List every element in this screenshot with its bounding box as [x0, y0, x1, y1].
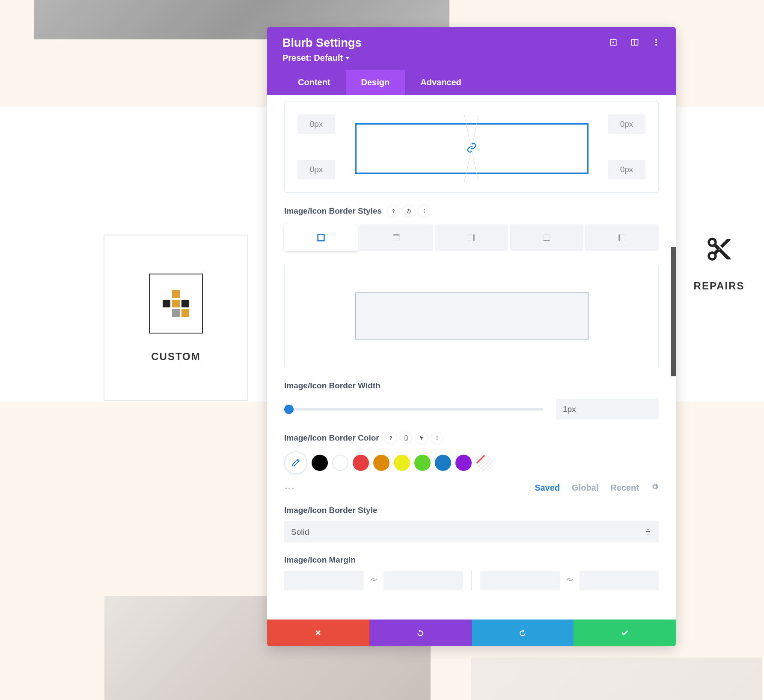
svg-text:?: ?	[392, 209, 395, 214]
help-icon[interactable]: ?	[388, 206, 399, 217]
modal-footer	[267, 620, 676, 646]
scrollbar-thumb[interactable]	[671, 247, 676, 376]
border-all-sides[interactable]	[284, 224, 358, 251]
svg-point-9	[424, 211, 425, 211]
color-swatches	[284, 451, 659, 474]
rounded-corners-control	[284, 101, 659, 193]
modal-body: Image/Icon Border Styles ? Image/Icon Bo…	[267, 95, 676, 620]
svg-point-22	[406, 439, 406, 440]
border-preview-inner	[355, 292, 589, 340]
border-top[interactable]	[360, 224, 433, 251]
color-tab-global[interactable]: Global	[572, 483, 598, 493]
swatch-green[interactable]	[414, 455, 431, 471]
kebab-icon[interactable]	[419, 206, 430, 217]
unlink-icon[interactable]	[565, 575, 574, 586]
corner-top-left-input[interactable]	[297, 114, 335, 134]
corner-bottom-right-input[interactable]	[608, 160, 645, 179]
unlink-icon[interactable]	[369, 575, 378, 586]
custom-card-label: CUSTOM	[151, 351, 201, 363]
border-side-selector	[284, 224, 659, 251]
svg-point-27	[288, 488, 290, 489]
color-tab-recent[interactable]: Recent	[610, 483, 639, 493]
slider-thumb[interactable]	[284, 405, 294, 414]
redo-button[interactable]	[472, 620, 574, 646]
swatch-red[interactable]	[353, 455, 369, 471]
swatch-black[interactable]	[312, 455, 328, 471]
preset-dropdown[interactable]: Preset: Default	[282, 53, 660, 70]
modal-title: Blurb Settings	[282, 36, 362, 50]
kebab-menu-icon[interactable]	[652, 38, 660, 48]
custom-card-icon	[149, 274, 203, 334]
corner-top-right-input[interactable]	[608, 114, 645, 134]
border-left[interactable]	[585, 224, 659, 251]
border-right[interactable]	[435, 224, 508, 251]
preset-label: Preset: Default	[282, 53, 343, 63]
swatch-purple[interactable]	[455, 455, 472, 471]
margin-left-input[interactable]	[480, 571, 560, 590]
margin-top-input[interactable]	[284, 571, 364, 590]
color-tab-saved[interactable]: Saved	[535, 483, 560, 493]
save-button[interactable]	[574, 620, 676, 646]
svg-point-28	[292, 488, 294, 489]
corner-bottom-left-input[interactable]	[297, 160, 335, 179]
svg-point-1	[612, 42, 614, 43]
margin-right-input[interactable]	[580, 571, 659, 590]
reset-icon[interactable]	[403, 206, 414, 217]
swatch-transparent[interactable]	[476, 455, 492, 471]
link-icon[interactable]	[467, 143, 477, 155]
tab-advanced[interactable]: Advanced	[405, 70, 477, 95]
svg-point-24	[437, 438, 437, 438]
scissors-icon	[705, 235, 733, 265]
border-width-label: Image/Icon Border Width	[284, 381, 659, 390]
hover-icon[interactable]	[416, 432, 427, 444]
modal-tabs: Content Design Advanced	[282, 70, 660, 95]
expand-icon[interactable]	[609, 38, 618, 48]
svg-point-23	[437, 436, 437, 437]
swatch-yellow[interactable]	[394, 455, 410, 471]
kebab-icon[interactable]	[431, 432, 443, 444]
margin-label: Image/Icon Margin	[284, 555, 659, 565]
border-styles-label: Image/Icon Border Styles ?	[284, 206, 659, 217]
svg-text:?: ?	[389, 435, 392, 441]
svg-point-4	[655, 39, 657, 40]
border-bottom[interactable]	[510, 224, 583, 251]
repairs-card-label: REPAIRS	[694, 280, 745, 292]
tab-content[interactable]: Content	[282, 70, 346, 95]
svg-point-6	[655, 44, 657, 45]
margin-inputs	[284, 571, 659, 590]
swatch-orange[interactable]	[373, 455, 389, 471]
modal-header: Blurb Settings Preset: Default Content D…	[267, 27, 676, 95]
border-width-input[interactable]	[556, 399, 659, 420]
border-style-label: Image/Icon Border Style	[284, 506, 659, 515]
panel-layout-icon[interactable]	[630, 38, 639, 48]
svg-point-5	[655, 42, 657, 43]
swatch-blue[interactable]	[435, 455, 451, 471]
border-width-slider[interactable]	[284, 408, 543, 411]
border-preview-box	[284, 264, 659, 368]
margin-bottom-input[interactable]	[383, 571, 463, 590]
svg-point-25	[437, 439, 437, 440]
svg-point-8	[424, 209, 425, 210]
blurb-card-custom[interactable]: CUSTOM	[104, 235, 248, 401]
cancel-button[interactable]	[267, 620, 369, 646]
gear-icon[interactable]	[651, 483, 659, 493]
svg-point-10	[424, 212, 425, 213]
corners-preview	[355, 123, 589, 174]
more-swatches-icon[interactable]	[284, 484, 294, 492]
undo-button[interactable]	[369, 620, 472, 646]
blurb-card-repairs[interactable]: REPAIRS	[676, 235, 762, 292]
svg-point-26	[285, 488, 287, 489]
svg-rect-11	[318, 235, 324, 241]
swatch-white[interactable]	[332, 455, 348, 471]
blurb-settings-modal: Blurb Settings Preset: Default Content D…	[267, 27, 676, 646]
border-style-select[interactable]: Solid	[284, 521, 659, 542]
tab-design[interactable]: Design	[346, 70, 405, 95]
gallery-image-right	[471, 658, 762, 700]
responsive-icon[interactable]	[401, 432, 412, 444]
eyedropper-icon[interactable]	[284, 451, 307, 474]
border-color-label: Image/Icon Border Color ?	[284, 432, 659, 444]
help-icon[interactable]: ?	[385, 432, 396, 444]
